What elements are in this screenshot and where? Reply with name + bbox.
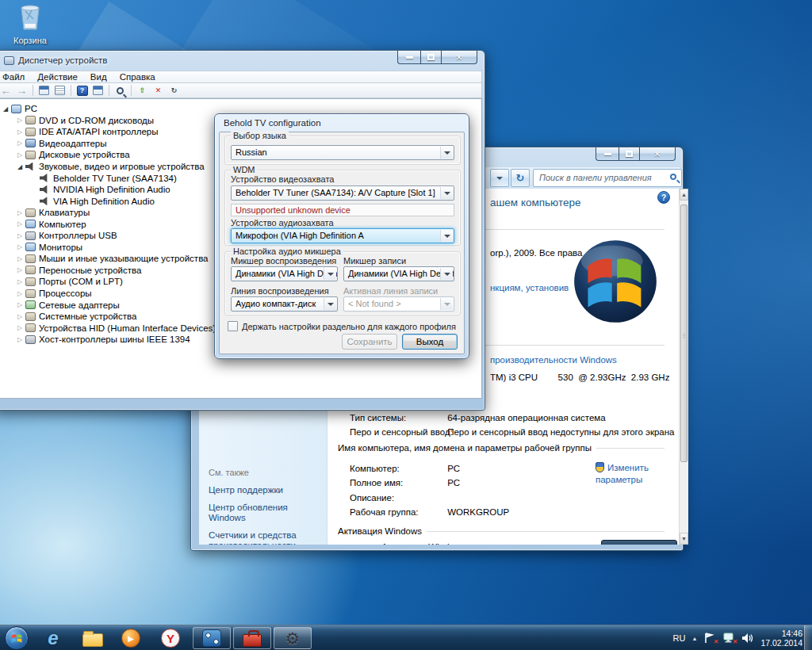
refresh-button[interactable]: ↻ [511, 169, 530, 187]
video-capture-combobox[interactable]: Beholder TV Tuner (SAA7134): A/V Capture… [231, 185, 454, 201]
search-icon[interactable] [113, 84, 127, 97]
volume-icon[interactable] [741, 633, 754, 644]
expand-expander-icon[interactable]: ▷ [15, 336, 25, 343]
features-link-fragment[interactable]: нкциям, установив [490, 283, 569, 292]
taskbar-item-system-tools[interactable] [233, 627, 271, 649]
menu-item-1[interactable]: Действие [31, 72, 84, 82]
expand-expander-icon[interactable]: ▷ [15, 290, 25, 297]
recycle-bin[interactable]: Корзина [5, 3, 56, 45]
expand-expander-icon[interactable]: ▷ [15, 140, 25, 147]
taskbar-item-internet-explorer[interactable]: e [40, 627, 67, 649]
taskbar-clock[interactable]: 14:46 17.02.2014 [760, 629, 802, 648]
tree-item-label: Системные устройства [39, 312, 136, 321]
menu-item-2[interactable]: Вид [84, 72, 113, 82]
sidebar-link-windows-update[interactable]: Центр обновления Windows [209, 503, 321, 524]
expand-expander-icon[interactable]: ▷ [15, 117, 25, 124]
scroll-down-icon[interactable]: ▼ [680, 533, 688, 545]
taskbar-item-behold-tv[interactable]: ⚙ [274, 627, 312, 649]
expand-expander-icon[interactable]: ▷ [15, 301, 25, 308]
windows-logo [573, 239, 658, 324]
help-icon[interactable]: ? [657, 191, 670, 204]
expand-expander-icon[interactable]: ▷ [15, 324, 25, 331]
record-line-combobox[interactable]: < Not found > [343, 296, 454, 312]
uninstall-device-icon[interactable]: ✕ [151, 84, 165, 97]
processor-icon [25, 289, 36, 298]
combo-arrow-icon[interactable] [324, 298, 336, 310]
rating-link-fragment[interactable]: производительности Windows [490, 355, 617, 365]
field-label: Рабочая группа: [350, 507, 445, 517]
expand-expander-icon[interactable]: ▷ [15, 266, 25, 273]
expand-expander-icon[interactable]: ▷ [15, 255, 25, 262]
expand-expander-icon[interactable]: ▷ [15, 278, 25, 285]
playback-mixer-value: Динамики (VIA High Definitior [236, 269, 338, 278]
expand-expander-icon[interactable]: ▷ [15, 313, 25, 320]
console-window-icon[interactable] [37, 84, 51, 97]
playback-line-label: Линия воспроизведения [231, 286, 329, 296]
close-button[interactable]: ✕ [640, 147, 676, 161]
window-title: Диспетчер устройств [18, 55, 107, 65]
menu-item-3[interactable]: Справка [113, 72, 162, 82]
taskbar-item-yandex-browser[interactable]: Y [157, 627, 184, 649]
exit-button[interactable]: Выход [402, 334, 458, 350]
minimize-button[interactable] [596, 147, 619, 161]
expand-expander-icon[interactable]: ▷ [15, 243, 25, 250]
action-center-flag-icon[interactable]: ✕ [703, 633, 716, 644]
folder-icon [82, 633, 103, 647]
maximize-button[interactable] [619, 147, 640, 161]
record-mixer-combobox[interactable]: Динамики (VIA High Definitior [343, 266, 454, 281]
nav-back-icon[interactable]: ← [0, 84, 13, 97]
help-icon[interactable]: ? [75, 84, 89, 97]
sidebar-link-performance[interactable]: Счетчики и средства производительности [209, 530, 321, 545]
scrollbar[interactable]: ▲ ▼ [679, 189, 688, 545]
maximize-button[interactable] [420, 51, 442, 64]
expand-expander-icon[interactable]: ▷ [15, 151, 25, 159]
playback-mixer-combobox[interactable]: Динамики (VIA High Definitior [231, 266, 338, 281]
nav-forward-icon[interactable]: → [15, 84, 29, 97]
expand-expander-icon[interactable]: ▷ [15, 232, 25, 239]
expand-expander-icon[interactable]: ▷ [15, 220, 25, 228]
show-desktop-button[interactable] [804, 625, 812, 650]
playback-line-combobox[interactable]: Аудио компакт-диск [231, 296, 338, 312]
combo-arrow-icon[interactable] [440, 187, 453, 199]
collapse-expander-icon[interactable]: ◢ [1, 105, 10, 113]
change-settings-link[interactable]: Изменить параметры [596, 462, 667, 486]
activation-row-partial: Активация Wind [381, 542, 450, 545]
scrollbar-thumb[interactable] [680, 205, 688, 462]
taskbar-item-control-panel[interactable] [193, 627, 231, 649]
show-hidden-icons-icon[interactable]: ▲ [692, 636, 698, 641]
usb-icon [25, 231, 36, 240]
combo-arrow-icon[interactable] [440, 268, 453, 280]
address-dropdown-button[interactable] [490, 169, 509, 187]
audio-capture-combobox[interactable]: Микрофон (VIA High Definition A [231, 228, 454, 243]
minimize-button[interactable] [397, 51, 420, 64]
collapse-expander-icon[interactable]: ◢ [15, 163, 25, 170]
language-indicator[interactable]: RU [673, 633, 686, 643]
taskbar-item-media-player[interactable]: ▶ [117, 627, 144, 649]
field-label: Перо и сенсорный ввод: [350, 427, 445, 437]
expand-expander-icon[interactable]: ▷ [15, 128, 25, 136]
scroll-up-icon[interactable]: ▲ [680, 189, 688, 201]
sidebar-link-support-center[interactable]: Центр поддержки [209, 485, 321, 496]
search-icon [670, 174, 676, 180]
profiles-checkbox-label[interactable]: Держать настройки раздельно для каждого … [242, 322, 456, 331]
taskbar-item-explorer[interactable] [79, 627, 106, 649]
combo-arrow-icon[interactable] [440, 147, 453, 159]
scan-hardware-icon[interactable]: ↻ [167, 84, 181, 97]
network-status-icon[interactable]: ✕ [722, 633, 735, 644]
expand-expander-icon[interactable]: ▷ [15, 209, 25, 216]
properties-icon[interactable] [53, 84, 67, 97]
combo-arrow-icon[interactable] [440, 230, 453, 242]
menu-item-0[interactable]: Файл [0, 72, 31, 82]
show-window-icon[interactable] [91, 84, 105, 97]
language-combobox[interactable]: Russian [231, 145, 454, 160]
close-button[interactable]: ✕ [442, 51, 477, 64]
activation-button-partial[interactable] [601, 540, 677, 545]
sound-device-icon [40, 174, 50, 182]
save-button[interactable]: Сохранить [342, 334, 397, 350]
start-button[interactable] [5, 626, 29, 650]
video-capture-label: Устройство видеозахвата [231, 174, 334, 184]
combo-arrow-icon[interactable] [324, 268, 336, 280]
profiles-checkbox[interactable] [228, 321, 238, 331]
search-input[interactable]: Поиск в панели управления [533, 169, 682, 187]
update-driver-icon[interactable]: ⇧ [136, 84, 149, 97]
